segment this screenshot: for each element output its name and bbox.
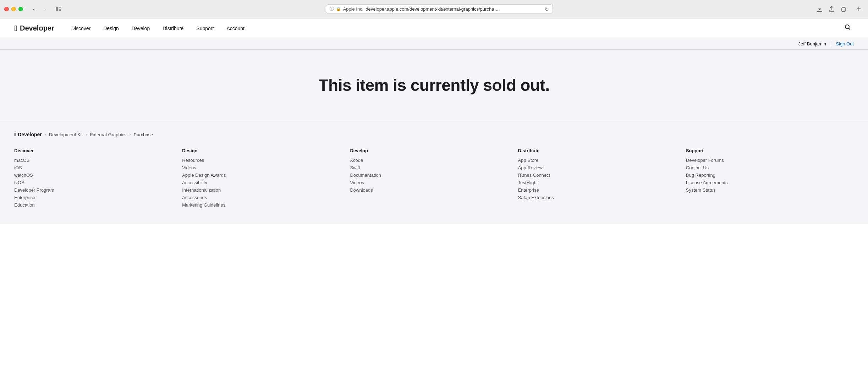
breadcrumb-logo-text: Developer bbox=[18, 132, 42, 137]
download-button[interactable] bbox=[815, 4, 825, 14]
footer-link-videos-design[interactable]: Videos bbox=[182, 165, 343, 170]
logo-text: Developer bbox=[20, 24, 54, 32]
footer-link-app-review[interactable]: App Review bbox=[518, 165, 679, 170]
traffic-lights bbox=[4, 7, 23, 11]
footer-link-bug-reporting[interactable]: Bug Reporting bbox=[686, 172, 847, 178]
footer-col-support: Support Developer Forums Contact Us Bug … bbox=[686, 148, 854, 210]
footer-support-title: Support bbox=[686, 148, 847, 153]
info-icon: ⓘ bbox=[330, 6, 334, 12]
footer-design-title: Design bbox=[182, 148, 343, 153]
svg-rect-2 bbox=[59, 9, 61, 10]
nav-discover[interactable]: Discover bbox=[65, 18, 97, 38]
footer-link-safari-extensions[interactable]: Safari Extensions bbox=[518, 195, 679, 200]
site-logo[interactable]:  Developer bbox=[14, 24, 54, 33]
svg-rect-0 bbox=[56, 7, 58, 11]
footer-link-itunes-connect[interactable]: iTunes Connect bbox=[518, 172, 679, 178]
breadcrumb-external-graphics[interactable]: External Graphics bbox=[90, 132, 126, 137]
footer-col-distribute: Distribute App Store App Review iTunes C… bbox=[518, 148, 686, 210]
maximize-button[interactable] bbox=[18, 7, 23, 11]
breadcrumb-sep-2: › bbox=[86, 132, 87, 137]
footer-link-downloads[interactable]: Downloads bbox=[350, 187, 511, 193]
breadcrumb-sep-3: › bbox=[130, 132, 131, 137]
address-bar[interactable]: ⓘ 🔒 Apple Inc. developer.apple.com/devel… bbox=[326, 4, 553, 14]
footer-link-license-agreements[interactable]: License Agreements bbox=[686, 180, 847, 185]
footer-link-accessories[interactable]: Accessories bbox=[182, 195, 343, 200]
sidebar-button[interactable] bbox=[54, 4, 64, 14]
footer-col-develop: Develop Xcode Swift Documentation Videos… bbox=[350, 148, 518, 210]
breadcrumb-apple-icon:  bbox=[14, 132, 16, 137]
nav-account[interactable]: Account bbox=[220, 18, 251, 38]
breadcrumb-logo[interactable]:  Developer bbox=[14, 132, 42, 137]
footer-col-design: Design Resources Videos Apple Design Awa… bbox=[182, 148, 350, 210]
footer-link-testflight[interactable]: TestFlight bbox=[518, 180, 679, 185]
sign-out-link[interactable]: Sign Out bbox=[836, 41, 854, 46]
footer-col-discover: Discover macOS iOS watchOS tvOS Develope… bbox=[14, 148, 182, 210]
back-button[interactable]: ‹ bbox=[29, 4, 39, 14]
footer-link-app-store[interactable]: App Store bbox=[518, 158, 679, 163]
footer-link-resources[interactable]: Resources bbox=[182, 158, 343, 163]
footer-link-internationalization[interactable]: Internationalization bbox=[182, 187, 343, 193]
close-button[interactable] bbox=[4, 7, 9, 11]
footer-link-contact-us[interactable]: Contact Us bbox=[686, 165, 847, 170]
footer-link-enterprise-dist[interactable]: Enterprise bbox=[518, 187, 679, 193]
minimize-button[interactable] bbox=[11, 7, 16, 11]
breadcrumb:  Developer › Development Kit › External… bbox=[14, 132, 854, 137]
footer-discover-title: Discover bbox=[14, 148, 175, 153]
footer-link-system-status[interactable]: System Status bbox=[686, 187, 847, 193]
nav-distribute[interactable]: Distribute bbox=[156, 18, 190, 38]
footer-link-swift[interactable]: Swift bbox=[350, 165, 511, 170]
footer-link-xcode[interactable]: Xcode bbox=[350, 158, 511, 163]
footer-link-apple-design-awards[interactable]: Apple Design Awards bbox=[182, 172, 343, 178]
footer-link-ios[interactable]: iOS bbox=[14, 165, 175, 170]
breadcrumb-purchase: Purchase bbox=[134, 132, 153, 137]
footer-columns: Discover macOS iOS watchOS tvOS Develope… bbox=[14, 148, 854, 210]
site-footer:  Developer › Development Kit › External… bbox=[0, 121, 868, 224]
footer-link-documentation[interactable]: Documentation bbox=[350, 172, 511, 178]
site-header:  Developer Discover Design Develop Dist… bbox=[0, 18, 868, 38]
new-tab-button[interactable]: + bbox=[854, 4, 864, 14]
footer-link-enterprise[interactable]: Enterprise bbox=[14, 195, 175, 200]
svg-rect-4 bbox=[842, 8, 845, 11]
footer-link-accessibility[interactable]: Accessibility bbox=[182, 180, 343, 185]
nav-design[interactable]: Design bbox=[97, 18, 125, 38]
footer-link-watchos[interactable]: watchOS bbox=[14, 172, 175, 178]
sold-out-message: This item is currently sold out. bbox=[318, 76, 549, 95]
nav-support[interactable]: Support bbox=[190, 18, 220, 38]
search-button[interactable] bbox=[842, 21, 854, 35]
breadcrumb-development-kit[interactable]: Development Kit bbox=[49, 132, 83, 137]
share-button[interactable] bbox=[827, 4, 837, 14]
svg-rect-3 bbox=[59, 10, 61, 11]
website:  Developer Discover Design Develop Dist… bbox=[0, 18, 868, 224]
reload-button[interactable]: ↻ bbox=[545, 6, 549, 12]
forward-button[interactable]: › bbox=[40, 4, 50, 14]
divider: | bbox=[830, 41, 831, 46]
footer-link-macos[interactable]: macOS bbox=[14, 158, 175, 163]
footer-link-tvos[interactable]: tvOS bbox=[14, 180, 175, 185]
browser-chrome: ‹ › ⓘ 🔒 Apple Inc. developer.apple.com/d… bbox=[0, 0, 868, 18]
footer-link-marketing-guidelines[interactable]: Marketing Guidelines bbox=[182, 202, 343, 208]
url-company: Apple Inc. bbox=[343, 6, 364, 12]
footer-link-developer-forums[interactable]: Developer Forums bbox=[686, 158, 847, 163]
footer-distribute-title: Distribute bbox=[518, 148, 679, 153]
user-name: Jeff Benjamin bbox=[798, 41, 826, 46]
footer-link-education[interactable]: Education bbox=[14, 202, 175, 208]
main-nav: Discover Design Develop Distribute Suppo… bbox=[65, 18, 842, 38]
apple-logo-icon:  bbox=[14, 24, 17, 33]
svg-point-5 bbox=[845, 25, 849, 29]
breadcrumb-sep-1: › bbox=[45, 132, 46, 137]
footer-link-videos-develop[interactable]: Videos bbox=[350, 180, 511, 185]
nav-develop[interactable]: Develop bbox=[125, 18, 156, 38]
tabs-button[interactable] bbox=[839, 4, 849, 14]
lock-icon: 🔒 bbox=[336, 7, 341, 11]
user-bar: Jeff Benjamin | Sign Out bbox=[0, 38, 868, 50]
footer-link-developer-program[interactable]: Developer Program bbox=[14, 187, 175, 193]
url-path: developer.apple.com/development-kit/exte… bbox=[366, 6, 499, 12]
hero-section: This item is currently sold out. bbox=[0, 50, 868, 121]
svg-rect-1 bbox=[59, 7, 61, 8]
footer-develop-title: Develop bbox=[350, 148, 511, 153]
